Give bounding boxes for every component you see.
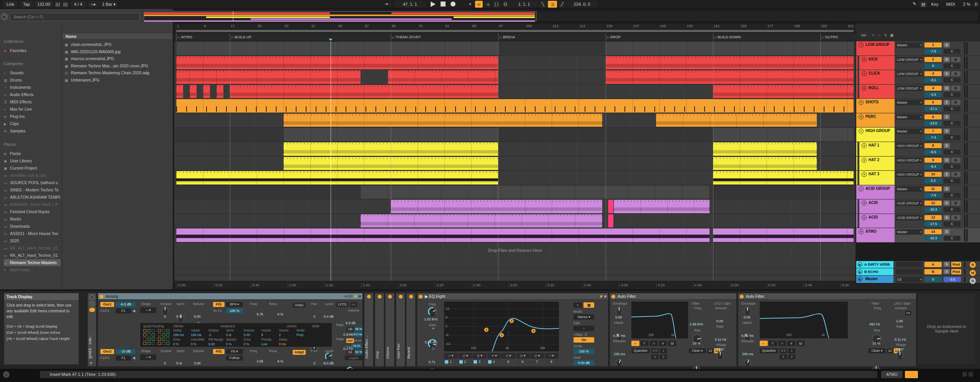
quick-routing-cell[interactable] [152,329,155,332]
analog-param-value[interactable]: Prop [297,333,303,337]
quick-routing-cell[interactable] [162,338,165,341]
volume-value[interactable]: -3.3 [924,92,942,97]
track-color-block[interactable]: ▾ATMO [856,228,895,242]
file-row[interactable]: ▦IMG-20201120-WA0069.jpg [62,48,172,55]
analog-param-value[interactable]: 2 [279,333,281,337]
quick-routing-cell[interactable] [143,342,146,345]
pan-value[interactable]: C [944,49,960,54]
track-name[interactable]: PERC [865,114,876,119]
track-color-block[interactable]: ▾ACID [859,214,895,228]
arm-button[interactable] [951,215,960,220]
punch-out-toggle[interactable]: ╱ [559,1,565,8]
return-number[interactable]: A [924,262,942,267]
vib-rate-value[interactable]: 5.0 Hz [353,332,362,337]
volume-value[interactable]: -9.4 [924,164,942,169]
track-number[interactable]: 3 [924,71,942,76]
track-color-block[interactable]: ▾HAT 3 [859,171,895,185]
lfo1-hz-toggle[interactable]: Hz [350,302,357,307]
track-number[interactable]: 8 [924,143,942,148]
status-triangle-icon[interactable]: ▲ [3,371,10,378]
insert-marker-triangle-icon[interactable] [329,39,333,41]
analog-param-value[interactable]: 6.00 [208,342,215,346]
track-chain-strip[interactable]: ≡ SINEE - Indu... ⟳ ◙ [87,293,97,367]
solo-button[interactable]: S [944,269,950,274]
track-header-roll[interactable]: ▾ROLLLOW GROUP4S-3.3C [856,85,980,99]
analog-param-value[interactable]: 0 % [226,342,232,346]
eq-adaptq-toggle[interactable]: On [574,337,594,343]
clip[interactable] [713,142,817,156]
analog-power-toggle[interactable] [100,295,103,299]
clip-lane-atmo[interactable] [174,228,855,243]
clip[interactable] [606,56,854,70]
band-activator[interactable] [488,360,492,364]
quick-routing-cell[interactable] [147,342,151,345]
af-slope-12[interactable]: 12 [707,348,713,353]
fil1-type-chooser[interactable]: BP6 ▾ [226,302,243,307]
af-amount-knob[interactable] [896,351,904,359]
track-number[interactable]: 4 [924,86,942,91]
follow-icon[interactable]: ➔·· [385,2,391,7]
pan-value[interactable]: C [944,78,960,83]
time-signature-field[interactable]: 4 / 4 [70,1,86,8]
track-number[interactable]: 6 [924,114,942,119]
loop-toggle[interactable]: ⊐ [548,1,557,8]
volume-value[interactable]: -13.5 [924,121,942,126]
group-fold-icon[interactable]: ≡ [859,129,864,134]
osc1-octave-knob[interactable] [161,307,169,314]
solo-button[interactable]: S [944,57,950,62]
track-header-hat-2[interactable]: ▾HAT 2HIGH GROUP9S-9.4C [856,157,980,171]
routing-box[interactable] [896,269,923,274]
clip[interactable] [713,171,854,184]
file-row[interactable]: ▦chain-screenshot..JPG [62,41,172,48]
collapsed-device-title[interactable]: Audio Effect ... [364,301,373,359]
amp1-toggle[interactable]: Amp1 [293,303,306,308]
pan-value[interactable]: C [944,207,960,212]
master-output-chooser[interactable]: 1/2 [896,277,923,282]
arm-button[interactable] [951,71,960,76]
glide-toggle[interactable]: Gli [346,350,354,354]
clip[interactable] [176,229,710,242]
af-quantize-value-6[interactable]: 6 [788,354,795,359]
af-circuit-chooser[interactable]: Clean ▾ [689,348,706,353]
osc1-dest[interactable]: F1 [116,309,131,313]
tempo-field[interactable]: 132.00 [34,1,53,8]
clip[interactable] [713,128,854,141]
post-toggle[interactable]: Post [951,262,961,267]
pan-value[interactable]: C [944,236,960,241]
analog-param-value[interactable]: 0.00 [244,333,250,337]
clip-lane-low-group[interactable] [174,41,855,56]
track-number[interactable]: 5 [924,100,942,105]
band-activator[interactable] [531,360,534,364]
af-quantize-value-1[interactable]: 1 [660,348,667,353]
volume-value[interactable]: -7.6 [924,193,942,198]
punch-in-toggle[interactable]: ╲ [539,1,546,8]
volume-value[interactable]: -16.3 [924,207,942,212]
pan-value[interactable]: C [944,193,960,198]
af-amount-knob[interactable] [716,351,724,359]
collapsed-device-audio-effect-[interactable]: Audio Effect ... [364,293,374,367]
track-number[interactable]: 12 [924,201,942,206]
eq-node-2[interactable]: 2 [484,327,489,332]
output-routing-chooser[interactable]: HIGH GROUP [896,172,923,177]
solo-button[interactable]: S [944,229,950,234]
arm-button[interactable] [951,100,960,105]
analog-param-value[interactable]: -1 [208,333,211,337]
track-fold-icon[interactable]: ▾ [862,71,867,76]
auto-filter-title[interactable]: Auto Filter [746,293,916,300]
clip[interactable] [216,70,230,84]
computer-midi-keyboard-icon[interactable]: ▤ [919,1,927,8]
collapsed-device-reverb[interactable]: Reverb [406,293,416,367]
file-row[interactable]: ◫Riemann Techno Mastering Chain 2020.adg [62,69,172,76]
track-header-hat-3[interactable]: ▾HAT 3HIGH GROUP10S3.3C [856,171,980,185]
quick-routing-cell[interactable] [152,338,155,341]
analog-param-value[interactable]: Low [261,342,267,346]
eq-node-3[interactable]: 3 [509,318,514,323]
hot-swap-icon[interactable]: ⟳ [90,356,93,359]
eq-band-4[interactable]: ≺ ▾4 [487,353,501,359]
pan-value[interactable]: C [944,164,960,169]
track-name[interactable]: SHOTS [865,100,878,104]
track-number[interactable]: 11 [924,186,942,191]
amp1-level-knob[interactable] [325,353,333,360]
chain-strip-label[interactable]: SINEE - Indu... [88,314,96,359]
track-number[interactable]: 13 [924,215,942,220]
